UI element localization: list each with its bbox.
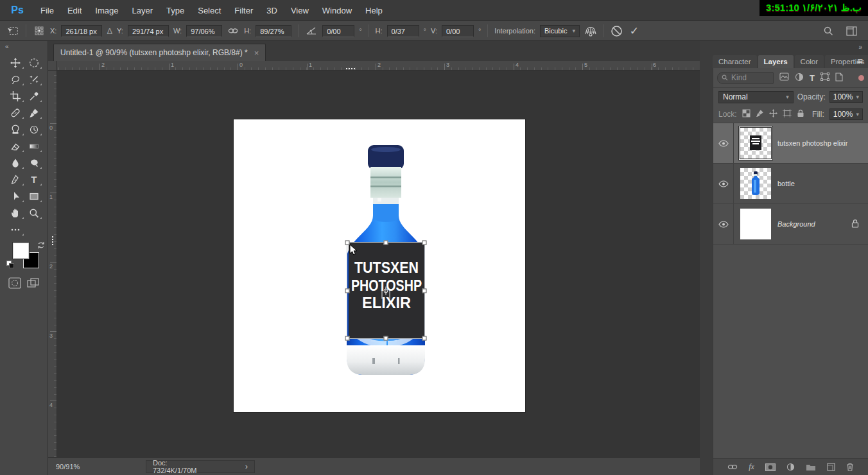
warp-mode-icon[interactable] <box>584 24 597 37</box>
layer-thumbnail[interactable] <box>740 209 771 239</box>
zoom-tool[interactable] <box>25 205 44 220</box>
layer-name[interactable]: Background <box>777 220 815 228</box>
transform-handle[interactable] <box>384 241 388 245</box>
lock-image-icon[interactable] <box>756 109 764 119</box>
fill-field[interactable]: 100% ▾ <box>829 108 863 120</box>
marquee-tool[interactable] <box>25 55 44 70</box>
menu-file[interactable]: File <box>40 6 54 15</box>
brush-tool[interactable] <box>25 105 44 120</box>
menu-window[interactable]: Window <box>322 6 352 15</box>
search-icon[interactable] <box>822 24 835 37</box>
status-chevron-icon[interactable]: › <box>245 462 248 471</box>
link-dimensions-icon[interactable] <box>227 24 239 37</box>
layer-lock-icon[interactable] <box>851 219 859 230</box>
menu-filter[interactable]: Filter <box>234 6 253 15</box>
screen-mode-icon[interactable] <box>27 277 40 291</box>
path-selection-tool[interactable] <box>6 189 25 203</box>
lock-transparency-icon[interactable] <box>742 109 751 119</box>
quick-mask-icon[interactable] <box>8 277 21 291</box>
lock-artboard-icon[interactable] <box>783 109 792 119</box>
magic-wand-tool[interactable] <box>25 72 44 87</box>
transform-handle[interactable] <box>422 241 427 245</box>
edit-toolbar-ellipsis[interactable] <box>6 222 25 237</box>
filter-toggle-icon[interactable] <box>858 75 864 81</box>
lock-all-icon[interactable] <box>797 109 804 119</box>
commit-transform-icon[interactable]: ✓ <box>628 24 641 37</box>
tab-character[interactable]: Character <box>713 55 757 68</box>
menu-3d[interactable]: 3D <box>266 6 277 15</box>
filter-adjustment-layers-icon[interactable] <box>795 73 804 83</box>
x-input[interactable]: 261/18 px <box>61 25 102 37</box>
dodge-tool[interactable] <box>25 155 44 170</box>
lock-position-icon[interactable] <box>769 109 777 119</box>
ruler-vertical[interactable]: 0 1 2 3 4 <box>48 71 57 457</box>
collapse-tools-icon[interactable]: « <box>5 43 8 50</box>
add-layer-mask-icon[interactable] <box>765 463 776 471</box>
close-tab-icon[interactable]: × <box>254 48 259 58</box>
delete-layer-trash-icon[interactable] <box>846 463 854 471</box>
blur-tool[interactable] <box>6 155 25 170</box>
document-tab[interactable]: Untitled-1 @ 90/9% (tutsxen photoshp eli… <box>53 44 266 61</box>
layer-row-label[interactable]: tutsxen photoshp elixir <box>713 123 868 164</box>
layer-row-background[interactable]: Background <box>713 204 868 245</box>
layer-row-bottle[interactable]: bottle <box>713 164 868 204</box>
menu-view[interactable]: View <box>291 6 309 15</box>
reference-point-locator[interactable] <box>33 24 46 37</box>
layer-name[interactable]: tutsxen photoshp elixir <box>777 139 847 147</box>
tab-color[interactable]: Color <box>795 55 824 68</box>
eyedropper-tool[interactable] <box>25 89 44 103</box>
kind-filter-select[interactable]: Kind <box>717 72 774 84</box>
new-layer-icon[interactable] <box>827 463 835 471</box>
ruler-corner[interactable] <box>48 61 57 71</box>
menu-layer[interactable]: Layer <box>132 6 153 15</box>
zoom-level-field[interactable]: 90/91% <box>56 463 101 471</box>
gradient-tool[interactable] <box>25 139 44 153</box>
cancel-transform-icon[interactable] <box>611 24 623 37</box>
h-input[interactable]: 89/27% <box>256 25 291 37</box>
filter-type-layers-icon[interactable]: T <box>810 74 815 82</box>
rectangle-tool[interactable] <box>25 189 44 203</box>
swap-colors-icon[interactable] <box>37 241 45 251</box>
lasso-tool[interactable] <box>6 72 25 87</box>
crop-tool[interactable] <box>6 89 25 103</box>
transform-reference-point[interactable] <box>383 288 389 293</box>
menu-help[interactable]: Help <box>365 6 383 15</box>
foreground-color-swatch[interactable] <box>13 243 29 259</box>
move-tool[interactable] <box>6 55 25 70</box>
clone-stamp-tool[interactable] <box>6 122 25 137</box>
transform-handle[interactable] <box>345 288 350 293</box>
interpolation-select[interactable]: Bicubic ▾ <box>540 25 580 37</box>
link-layers-icon[interactable] <box>727 464 738 470</box>
default-colors-icon[interactable] <box>6 261 15 269</box>
opacity-field[interactable]: 100% ▾ <box>829 91 863 103</box>
new-group-folder-icon[interactable] <box>806 463 816 471</box>
pen-tool[interactable] <box>6 172 25 187</box>
eraser-tool[interactable] <box>6 139 25 153</box>
type-tool[interactable]: T <box>25 172 44 187</box>
filter-shape-layers-icon[interactable] <box>820 73 829 83</box>
layer-name[interactable]: bottle <box>777 180 795 187</box>
y-input[interactable]: 291/74 px <box>128 25 169 37</box>
menu-image[interactable]: Image <box>95 6 118 15</box>
transform-handle[interactable] <box>345 336 350 341</box>
ruler-horizontal[interactable]: 2 1 0 1 2 3 4 5 6 <box>57 61 700 71</box>
delta-icon[interactable]: Δ <box>107 26 112 36</box>
collapse-panels-icon[interactable]: » <box>858 44 862 51</box>
layer-thumbnail[interactable] <box>740 128 771 159</box>
rotate-input[interactable]: 0/00 <box>322 25 354 37</box>
visibility-eye-icon[interactable] <box>713 123 734 163</box>
skew-h-input[interactable]: 0/37 <box>387 25 419 37</box>
filter-pixel-layers-icon[interactable] <box>779 73 789 83</box>
menu-type[interactable]: Type <box>166 6 184 15</box>
visibility-eye-icon[interactable] <box>713 204 734 244</box>
document-info-field[interactable]: Doc: 732/4K/1/70M › <box>146 460 255 473</box>
workspace-switcher-icon[interactable] <box>845 24 858 37</box>
new-adjustment-layer-icon[interactable] <box>786 463 795 471</box>
healing-brush-tool[interactable] <box>6 105 25 120</box>
layer-thumbnail[interactable] <box>740 168 771 199</box>
panel-menu-icon[interactable]: ≡ <box>857 55 863 66</box>
transform-handle[interactable] <box>422 288 427 293</box>
filter-smart-objects-icon[interactable] <box>835 73 843 83</box>
history-brush-tool[interactable] <box>25 122 44 137</box>
canvas-area[interactable]: TUTSXEN PHOTOSHP ELIXIR <box>57 71 700 457</box>
